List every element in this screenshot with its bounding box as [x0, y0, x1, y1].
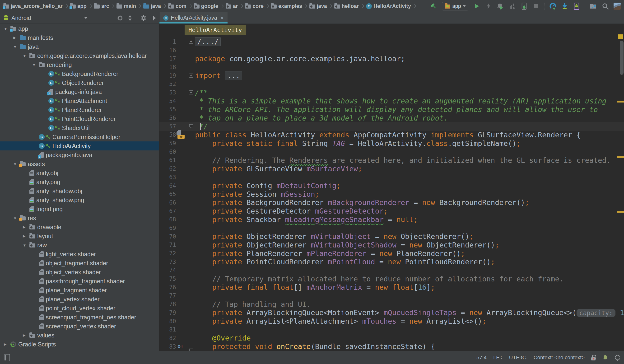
- tree-item-pointcloudrenderer[interactable]: CPointCloudRenderer: [0, 114, 159, 123]
- event-log-icon[interactable]: [615, 355, 620, 360]
- tree-open-arrow-icon[interactable]: ▼: [13, 162, 20, 166]
- attach-debugger-button[interactable]: [520, 3, 528, 10]
- tree-item-app[interactable]: ▼app: [0, 24, 159, 33]
- code-line-54[interactable]: 54 * This is a simple example that shows…: [159, 97, 624, 105]
- tree-item-objectrenderer[interactable]: CObjectRenderer: [0, 78, 159, 87]
- warning-stripe-mark[interactable]: [617, 101, 624, 103]
- code-line-78[interactable]: 78 // Tap handling and UI.: [159, 300, 624, 309]
- tree-item-point-cloud-vertex-shader[interactable]: point_cloud_vertex.shader: [0, 304, 159, 313]
- code-line-64[interactable]: 64 private Config mDefaultConfig;: [159, 182, 624, 190]
- code-line-66[interactable]: 66 private BackgroundRenderer mBackgroun…: [159, 198, 624, 207]
- project-view-selector[interactable]: Android: [11, 15, 31, 21]
- tree-item-res[interactable]: ▼res: [0, 213, 159, 223]
- gutter[interactable]: +: [176, 71, 194, 80]
- code-line-69[interactable]: 69: [159, 224, 624, 232]
- tree-item-assets[interactable]: ▼assets: [0, 159, 159, 168]
- code-line-74[interactable]: 74: [159, 266, 624, 275]
- tree-item-java[interactable]: ▼java: [0, 42, 159, 51]
- build-hammer-button[interactable]: [430, 3, 437, 10]
- tree-closed-arrow-icon[interactable]: ▶: [22, 234, 29, 238]
- lock-icon[interactable]: [591, 355, 596, 361]
- code-line-65[interactable]: 65 private Session mSession;: [159, 190, 624, 198]
- gutter[interactable]: [176, 122, 194, 131]
- line-separator-widget[interactable]: LF ▲▼: [493, 355, 502, 361]
- code-line-57[interactable]: 57 */: [159, 122, 624, 131]
- tree-item-gradle-scripts[interactable]: ▶Gradle Scripts: [0, 340, 159, 349]
- tree-item-planerenderer[interactable]: CPlaneRenderer: [0, 105, 159, 114]
- gutter[interactable]: o↑: [176, 342, 194, 351]
- warning-stripe-mark[interactable]: [617, 211, 624, 213]
- code-line-19[interactable]: 19+import ...: [159, 71, 624, 80]
- breadcrumb-item-examples[interactable]: examples: [271, 3, 302, 9]
- breadcrumb-item-com[interactable]: com: [168, 3, 186, 9]
- breadcrumb-item-helloar[interactable]: helloar: [334, 3, 359, 9]
- encoding-widget[interactable]: UTF-8 ▲▼: [509, 355, 527, 361]
- profile-button[interactable]: [509, 3, 516, 10]
- tree-item-object-fragment-shader[interactable]: object_fragment.shader: [0, 259, 159, 268]
- tree-item-helloaractivity[interactable]: CHelloArActivity: [0, 141, 159, 151]
- breadcrumb-item-core[interactable]: core: [245, 3, 263, 9]
- breadcrumb-item-google[interactable]: google: [194, 3, 218, 9]
- code-line-63[interactable]: 63: [159, 173, 624, 182]
- code-line-83[interactable]: 83o↑ protected void onCreate(Bundle save…: [159, 342, 624, 351]
- tree-item-light-vertex-shader[interactable]: light_vertex.shader: [0, 250, 159, 259]
- tree-open-arrow-icon[interactable]: ▼: [22, 54, 29, 58]
- code-line-60[interactable]: 60: [159, 148, 624, 156]
- tree-item-layout[interactable]: ▶layout: [0, 232, 159, 241]
- tree-item-screenquad-vertex-shader[interactable]: screenquad_vertex.shader: [0, 322, 159, 331]
- device-file-explorer-button[interactable]: [590, 3, 597, 10]
- tree-item-object-vertex-shader[interactable]: object_vertex.shader: [0, 268, 159, 277]
- scroll-from-source-icon[interactable]: [117, 15, 123, 21]
- tree-item-shaderutil[interactable]: CShaderUtil: [0, 123, 159, 132]
- gear-icon[interactable]: [140, 15, 147, 21]
- code-editor[interactable]: HelloArActivity 1+/.../1617package com.g…: [159, 24, 624, 351]
- code-line-71[interactable]: 71 private ObjectRenderer mVirtualObject…: [159, 241, 624, 249]
- tree-item-camerapermissionhelper[interactable]: CCameraPermissionHelper: [0, 132, 159, 141]
- breadcrumb-item-main[interactable]: main: [116, 3, 136, 9]
- breadcrumb-item-java[interactable]: java: [309, 3, 327, 9]
- tree-closed-arrow-icon[interactable]: ▶: [3, 342, 10, 346]
- warning-stripe-mark[interactable]: [617, 156, 624, 158]
- tree-item-trigrid-png[interactable]: trigrid.png: [0, 205, 159, 213]
- tree-open-arrow-icon[interactable]: ▼: [32, 63, 39, 67]
- breadcrumb-item-java-arcore-hello-ar[interactable]: java_arcore_hello_ar: [3, 3, 63, 9]
- run-configuration-chooser[interactable]: app: [442, 2, 468, 10]
- code-line-1[interactable]: 1+/.../: [159, 37, 624, 46]
- code-line-67[interactable]: 67 private GestureDetector mGestureDetec…: [159, 207, 624, 215]
- gutter[interactable]: <>: [176, 131, 194, 139]
- tree-item-package-info-java[interactable]: Jpackage-info.java: [0, 87, 159, 96]
- tree-item-plane-fragment-shader[interactable]: plane_fragment.shader: [0, 286, 159, 295]
- tree-closed-arrow-icon[interactable]: ▶: [13, 36, 20, 40]
- code-line-62[interactable]: 62 private GLSurfaceView mSurfaceView;: [159, 164, 624, 173]
- tree-closed-arrow-icon[interactable]: ▶: [22, 333, 29, 338]
- sdk-manager-button[interactable]: [561, 3, 568, 10]
- collapse-all-icon[interactable]: [127, 15, 133, 21]
- code-line-59[interactable]: 59 private static final String TAG = Hel…: [159, 139, 624, 148]
- tree-open-arrow-icon[interactable]: ▼: [22, 243, 29, 247]
- inspection-status-indicator[interactable]: [618, 34, 623, 39]
- code-line-53[interactable]: 53−/**: [159, 88, 624, 97]
- tree-open-arrow-icon[interactable]: ▼: [13, 216, 20, 220]
- code-line-73[interactable]: 73 private PointCloudRenderer mPointClou…: [159, 258, 624, 266]
- tree-item-package-info-java[interactable]: Jpackage-info.java: [0, 151, 159, 159]
- breadcrumb-item-app[interactable]: app: [70, 3, 87, 9]
- debug-button[interactable]: [497, 3, 504, 10]
- tree-item-com-google-ar-core-examples-java-helloar[interactable]: ▼com.google.ar.core.examples.java.helloa…: [0, 51, 159, 60]
- code-line-16[interactable]: 16: [159, 46, 624, 54]
- gutter[interactable]: −: [176, 88, 194, 97]
- run-button[interactable]: [473, 3, 480, 10]
- android-monitor-icon[interactable]: [603, 355, 608, 360]
- caret-position[interactable]: 57:4: [476, 355, 487, 361]
- editor-scrollbar-thumb[interactable]: [620, 41, 624, 75]
- toolwindow-toggle-icon[interactable]: [4, 354, 10, 361]
- code-line-76[interactable]: 76 private final float[] mAnchorMatrix =…: [159, 283, 624, 292]
- code-line-77[interactable]: 77: [159, 292, 624, 300]
- tree-item-backgroundrenderer[interactable]: CBackgroundRenderer: [0, 69, 159, 78]
- tree-item-rendering[interactable]: ▼rendering: [0, 60, 159, 69]
- code-line-75[interactable]: 75 // Temporary matrix allocated here to…: [159, 275, 624, 283]
- code-line-18[interactable]: 18: [159, 63, 624, 71]
- code-line-70[interactable]: 70 private ObjectRenderer mVirtualObject…: [159, 232, 624, 241]
- tree-item-andy-shadow-png[interactable]: andy_shadow.png: [0, 196, 159, 205]
- stop-button[interactable]: [532, 3, 540, 10]
- close-icon[interactable]: ×: [220, 15, 224, 21]
